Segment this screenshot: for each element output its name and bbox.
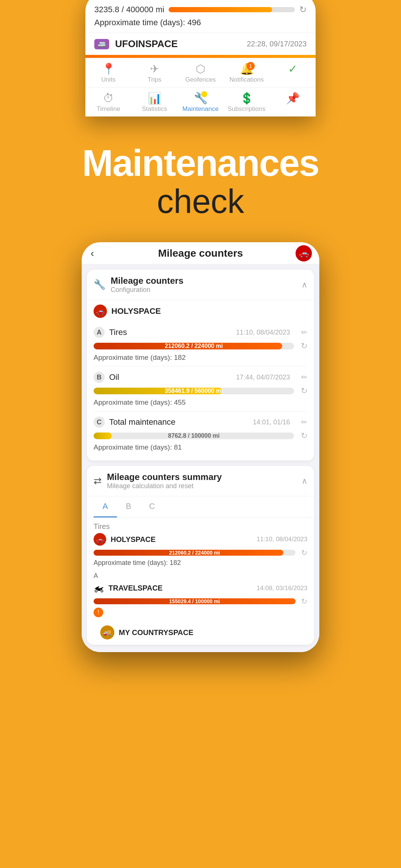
summary-card: ⇄ Mileage counters summary Mileage calcu…	[87, 466, 314, 645]
tires-bar: 212060.2 / 224000 mi	[94, 341, 294, 351]
pin-icon: 📌	[286, 93, 300, 104]
total-edit-icon[interactable]: ✏	[301, 418, 307, 427]
headline-sub: check	[15, 183, 386, 220]
phone-title: Mileage counters	[158, 247, 243, 259]
mileage-counters-card: 🔧 Mileage counters Configuration ∧ 🚗 HOL…	[87, 270, 314, 461]
travelspace-name: TRAVELSPACE	[108, 584, 252, 592]
travelspace-bar: 155029.4 / 100000 mi	[94, 596, 296, 606]
statistics-icon: 📊	[148, 93, 162, 104]
nav-trips[interactable]: ✈ Trips	[131, 58, 177, 87]
maint-item-total: C Total maintenance 14:01, 01/16 ✏ 8762.…	[94, 411, 307, 456]
holyspace-header: 🚗 HOLYSPACE	[94, 305, 307, 318]
trips-label: Trips	[147, 76, 161, 83]
maintenance-label: Maintenance	[182, 105, 218, 113]
collapse-icon-1[interactable]: ∧	[301, 280, 307, 290]
nav-subscriptions[interactable]: 💲 Subscriptions	[224, 88, 270, 116]
oil-refresh-icon[interactable]: ↻	[301, 386, 307, 396]
timeline-label: Timeline	[97, 105, 120, 113]
tires-letter: A	[94, 327, 105, 338]
bottom-phone-wrapper: ‹ Mileage counters 🚗 🔧 Mileage counters …	[0, 242, 401, 652]
nav-units[interactable]: 📍 Units	[85, 58, 131, 87]
total-date: 14:01, 01/16	[253, 418, 290, 426]
summary-travelspace: 🏍 TRAVELSPACE 14:08, 03/16/2023 155029.4…	[94, 582, 307, 620]
tires-row1: A Tires 11:10, 08/04/2023 ✏	[94, 327, 307, 338]
countryspace-icon: 🚚	[100, 625, 114, 640]
holyspace-icon: 🚗	[94, 305, 107, 318]
maint-item-oil: B Oil 17:44, 04/07/2023 ✏ 358461.9 / 560…	[94, 366, 307, 411]
summary-tabs: A B C	[87, 496, 314, 518]
top-mileage-bar-area: 3235.8 / 400000 mi ↻	[85, 0, 316, 18]
top-phone: 3235.8 / 400000 mi ↻ Approximate time (d…	[85, 0, 316, 116]
nav-check[interactable]: ✓	[270, 58, 316, 87]
geofences-label: Geofences	[185, 76, 216, 83]
tires-approx: Approximate time (days): 182	[94, 354, 307, 363]
holyspace-summary-icon: 🚗	[94, 533, 106, 546]
car-avatar: 🚗	[296, 245, 312, 262]
bottom-nav-row1: 📍 Units ✈ Trips ⬡ Geofences 🔔 1 Notifica…	[85, 58, 316, 87]
mileage-counters-sub: Configuration	[111, 286, 183, 294]
oil-letter: B	[94, 372, 105, 383]
refresh-icon[interactable]: ↻	[299, 4, 307, 15]
top-unit-row: 🚐 UFOINSPACE 22:28, 09/17/2023	[85, 33, 316, 55]
back-button[interactable]: ‹	[91, 247, 94, 259]
tab-a[interactable]: A	[94, 496, 117, 517]
unit-name-top: UFOINSPACE	[115, 38, 241, 50]
phone-body: 🔧 Mileage counters Configuration ∧ 🚗 HOL…	[82, 270, 319, 652]
total-bar: 8762.8 / 100000 mi	[94, 431, 294, 441]
bottom-nav-row2: ⏱ Timeline 📊 Statistics 🔧 Maintenance 💲 …	[85, 87, 316, 116]
tires-refresh-icon[interactable]: ↻	[301, 341, 307, 351]
nav-statistics[interactable]: 📊 Statistics	[131, 88, 177, 116]
travelspace-icon-row: 🏍 TRAVELSPACE 14:08, 03/16/2023	[94, 582, 307, 594]
mileage-counters-header: 🔧 Mileage counters Configuration ∧	[87, 270, 314, 300]
countryspace-unit-row: 🚚 MY COUNTRYSPACE	[100, 625, 301, 640]
geofences-icon: ⬡	[196, 63, 205, 75]
summary-header: ⇄ Mileage counters summary Mileage calcu…	[87, 466, 314, 496]
oil-edit-icon[interactable]: ✏	[301, 373, 307, 382]
holyspace-summary-refresh[interactable]: ↻	[301, 548, 307, 557]
nav-timeline[interactable]: ⏱ Timeline	[85, 88, 131, 116]
notifications-badge: 1	[247, 62, 255, 70]
countryspace-name: MY COUNTRYSPACE	[119, 628, 193, 637]
nav-maintenance[interactable]: 🔧 Maintenance	[177, 88, 224, 116]
unit-icon-top: 🚐	[94, 39, 109, 49]
travelspace-bar-label: 155029.4 / 100000 mi	[169, 598, 220, 604]
top-phone-content: 3235.8 / 400000 mi ↻ Approximate time (d…	[85, 0, 316, 116]
statistics-label: Statistics	[142, 105, 167, 113]
top-mileage-bar-fill	[169, 7, 272, 12]
total-refresh-icon[interactable]: ↻	[301, 431, 307, 441]
total-bar-fill	[94, 433, 112, 439]
holyspace-summary-bar: 212060.2 / 224000 mi	[94, 548, 296, 558]
tires-edit-icon[interactable]: ✏	[301, 328, 307, 337]
notifications-label: Notifications	[229, 76, 264, 83]
letter-a-label: A	[94, 569, 307, 582]
mileage-counters-title: Mileage counters	[111, 276, 183, 286]
units-icon: 📍	[102, 63, 115, 75]
tab-c[interactable]: C	[140, 496, 164, 517]
tab-b[interactable]: B	[117, 496, 140, 517]
tires-bar-label: 212060.2 / 224000 mi	[165, 343, 223, 349]
check-icon: ✓	[288, 63, 297, 75]
oil-date: 17:44, 04/07/2023	[236, 374, 290, 381]
moto-icon: 🏍	[94, 582, 104, 594]
nav-notifications[interactable]: 🔔 1 Notifications	[224, 58, 270, 87]
total-bar-label: 8762.8 / 100000 mi	[168, 433, 220, 439]
mileage-config-icon: 🔧	[94, 279, 105, 290]
phone-header: ‹ Mileage counters 🚗	[82, 242, 319, 264]
summary-sub: Mileage calculation and reset	[107, 482, 222, 490]
nav-geofences[interactable]: ⬡ Geofences	[177, 58, 224, 87]
holyspace-summary-bar-label: 212060.2 / 224000 mi	[169, 550, 220, 556]
timeline-icon: ⏱	[103, 93, 114, 104]
holyspace-summary-date: 11:10, 08/04/2023	[257, 536, 307, 543]
unit-date-top: 22:28, 09/17/2023	[247, 40, 307, 48]
nav-pin[interactable]: 📌	[270, 88, 316, 116]
travelspace-refresh[interactable]: ↻	[301, 597, 307, 606]
total-letter: C	[94, 417, 105, 428]
top-mileage-bar-bg	[169, 7, 295, 12]
countryspace-row: 🚚 MY COUNTRYSPACE	[94, 620, 307, 645]
summary-icon: ⇄	[94, 475, 102, 487]
summary-body: Tires 🚗 HOLYSPACE 11:10, 08/04/2023	[87, 518, 314, 645]
top-mileage-text: 3235.8 / 400000 mi	[94, 5, 164, 14]
total-row1: C Total maintenance 14:01, 01/16 ✏	[94, 417, 307, 428]
summary-texts: Mileage counters summary Mileage calcula…	[107, 472, 222, 490]
collapse-icon-2[interactable]: ∧	[301, 476, 307, 486]
